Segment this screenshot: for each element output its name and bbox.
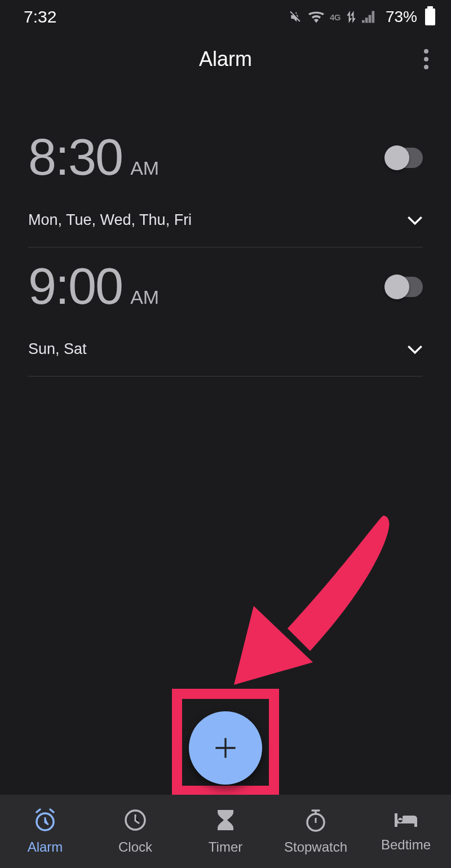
data-arrows-icon (346, 11, 356, 23)
alarm-ampm: AM (130, 286, 159, 308)
alarm-item[interactable]: 9:00 AM Sun, Sat (28, 247, 423, 377)
add-alarm-button[interactable] (189, 711, 262, 785)
plus-icon (213, 736, 238, 760)
chevron-down-icon (407, 215, 423, 225)
nav-label: Clock (118, 839, 152, 855)
alarm-days: Sun, Sat (28, 340, 87, 358)
nav-label: Alarm (28, 839, 63, 855)
alarm-time[interactable]: 9:00 AM (28, 258, 159, 316)
expand-button[interactable] (407, 212, 423, 228)
status-bar: 7:32 4G 73% (0, 0, 451, 34)
bed-icon (392, 810, 419, 832)
alarm-time[interactable]: 8:30 AM (28, 129, 159, 187)
nav-item-stopwatch[interactable]: Stopwatch (271, 795, 361, 868)
alarm-list: 8:30 AM Mon, Tue, Wed, Thu, Fri 9:00 AM (0, 85, 451, 377)
expand-button[interactable] (407, 342, 423, 357)
alarm-item[interactable]: 8:30 AM Mon, Tue, Wed, Thu, Fri (28, 118, 423, 247)
alarm-ampm: AM (130, 157, 159, 179)
status-time: 7:32 (24, 7, 56, 26)
hourglass-icon (214, 808, 237, 835)
nav-item-timer[interactable]: Timer (180, 795, 271, 868)
wifi-icon (308, 11, 324, 23)
overflow-menu-button[interactable] (418, 43, 434, 75)
clock-icon (123, 808, 148, 835)
nav-label: Stopwatch (284, 839, 347, 855)
alarm-icon (33, 808, 58, 835)
toggle-knob (384, 145, 409, 170)
toggle-knob (384, 274, 409, 299)
nav-item-alarm[interactable]: Alarm (0, 795, 90, 868)
battery-icon (425, 8, 435, 25)
nav-label: Bedtime (381, 837, 431, 853)
nav-label: Timer (209, 839, 242, 855)
network-type-icon: 4G (330, 12, 341, 22)
status-icons: 4G 73% (288, 8, 435, 26)
page-title: Alarm (199, 47, 252, 71)
alarm-days: Mon, Tue, Wed, Thu, Fri (28, 211, 192, 229)
nav-item-clock[interactable]: Clock (90, 795, 180, 868)
battery-percentage: 73% (386, 8, 417, 26)
signal-icon (362, 11, 378, 23)
app-header: Alarm (0, 34, 451, 85)
chevron-down-icon (407, 344, 423, 355)
alarm-toggle[interactable] (387, 148, 423, 168)
mute-icon (288, 10, 303, 24)
stopwatch-icon (303, 808, 328, 835)
nav-item-bedtime[interactable]: Bedtime (361, 795, 451, 868)
annotation-arrow (214, 510, 400, 702)
bottom-nav: Alarm Clock Timer Stopwatch Bedtime (0, 795, 451, 868)
alarm-time-value: 9:00 (28, 258, 122, 316)
dots-vertical-icon (424, 49, 428, 54)
alarm-time-value: 8:30 (28, 129, 122, 187)
alarm-toggle[interactable] (387, 277, 423, 297)
